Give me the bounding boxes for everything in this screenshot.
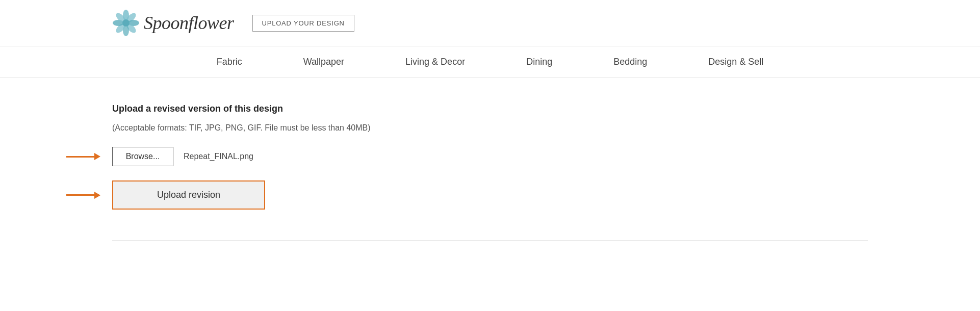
nav-item-dining[interactable]: Dining	[526, 57, 552, 67]
upload-design-button[interactable]: UPLOAD YOUR DESIGN	[252, 15, 354, 32]
main-content: Upload a revised version of this design …	[0, 78, 980, 266]
selected-file-name: Repeat_FINAL.png	[184, 152, 253, 161]
logo-text: Spoonflower	[144, 12, 234, 34]
nav-item-fabric[interactable]: Fabric	[217, 57, 242, 67]
upload-revision-button[interactable]: Upload revision	[112, 180, 265, 210]
upload-btn-row: Upload revision	[112, 180, 868, 210]
svg-point-8	[122, 19, 130, 27]
header: Spoonflower UPLOAD YOUR DESIGN	[0, 0, 980, 46]
nav-item-wallpaper[interactable]: Wallpaper	[303, 57, 344, 67]
nav-item-design-sell[interactable]: Design & Sell	[708, 57, 763, 67]
format-info: (Acceptable formats: TIF, JPG, PNG, GIF.…	[112, 123, 868, 133]
file-input-row: Browse... Repeat_FINAL.png	[112, 147, 868, 166]
upload-arrow-indicator	[66, 192, 100, 199]
upload-arrow-line	[66, 194, 94, 196]
nav-item-living-decor[interactable]: Living & Decor	[405, 57, 465, 67]
upload-arrow-head	[94, 192, 100, 199]
browse-button[interactable]: Browse...	[112, 147, 173, 166]
browse-arrow-head	[94, 153, 100, 160]
spoonflower-logo-icon	[112, 9, 140, 37]
browse-arrow-line	[66, 156, 94, 158]
nav-item-bedding[interactable]: Bedding	[613, 57, 647, 67]
logo-area: Spoonflower UPLOAD YOUR DESIGN	[112, 9, 354, 37]
nav-bar: Fabric Wallpaper Living & Decor Dining B…	[0, 46, 980, 78]
bottom-divider	[112, 240, 868, 241]
browse-arrow-indicator	[66, 153, 100, 160]
section-title: Upload a revised version of this design	[112, 103, 868, 114]
